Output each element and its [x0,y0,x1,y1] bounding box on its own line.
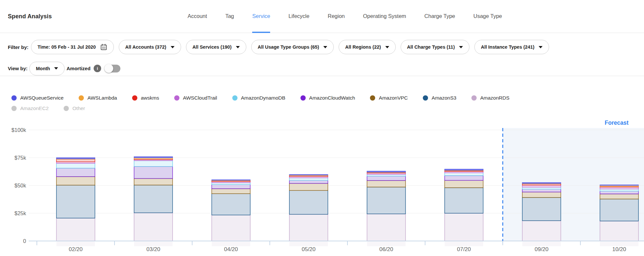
bar-segment-10/20-AWSCloudTrail[interactable] [600,187,638,189]
view-by-label: View by: [8,66,28,71]
bar-segment-02/20-AmazonCloudWatch[interactable] [56,168,95,177]
time-range-pill[interactable]: Time: 05 Feb - 31 Jul 2020 [31,40,114,54]
tab-tag[interactable]: Tag [225,0,234,33]
filter-pill-all-usage-type-groups-65-[interactable]: All Usage Type Groups (65) [251,40,334,54]
bar-segment-06/20-AmazonVPC[interactable] [367,181,406,187]
bar-segment-03/20-AmazonS3[interactable] [134,185,173,213]
legend-item-amazonvpc[interactable]: AmazonVPC [370,95,408,101]
tab-bar: AccountTagServiceLifecycleRegionOperatin… [188,0,502,33]
bar-segment-03/20-AmazonVPC[interactable] [134,179,173,185]
filter-row: Filter by: Time: 05 Feb - 31 Jul 2020 Al… [0,33,644,61]
bar-segment-04/20-AmazonCloudWatch[interactable] [212,184,250,189]
legend-item-awslambda[interactable]: AWSLambda [79,95,117,101]
x-axis-label: 05/20 [302,246,316,252]
tab-lifecycle[interactable]: Lifecycle [288,0,309,33]
bar-segment-04/20-AWSQueueService[interactable] [212,180,250,180]
legend-dot-icon [423,95,428,101]
filter-pill-label: All Regions (22) [345,44,381,50]
x-axis-label: 07/20 [457,246,471,252]
amortized-toggle[interactable] [105,65,120,72]
legend-item-amazonrds[interactable]: AmazonRDS [471,95,510,101]
bar-segment-05/20-AmazonS3[interactable] [289,190,328,214]
bar-segment-02/20-AmazonRDS[interactable] [56,218,95,241]
view-by-row: View by: Month Amortized i [0,61,644,76]
bar-segment-10/20-AmazonS3[interactable] [600,199,638,221]
bar-segment-02/20-AmazonDynamoDB[interactable] [56,163,95,168]
bar-segment-10/20-AmazonRDS[interactable] [600,221,638,241]
bar-segment-02/20-AWSQueueService[interactable] [56,158,95,159]
bar-segment-10/20-AmazonCloudWatch[interactable] [600,191,638,194]
bar-segment-05/20-AmazonDynamoDB[interactable] [289,178,328,181]
bar-segment-02/20-awskms[interactable] [56,159,95,162]
bar-reflection [522,241,561,246]
tab-service[interactable]: Service [252,0,270,33]
bar-segment-05/20-AmazonVPC[interactable] [289,184,328,191]
chevron-down-icon [323,46,327,48]
filter-pill-all-charge-types-11-[interactable]: All Charge Types (11) [401,40,469,54]
bar-segment-10/20-AmazonVPC[interactable] [600,194,638,199]
bar-segment-03/20-AmazonRDS[interactable] [134,213,173,241]
bar-segment-07/20-AmazonRDS[interactable] [445,213,483,241]
bar-segment-07/20-AmazonCloudWatch[interactable] [445,176,483,181]
legend-item-awscloudtrail[interactable]: AWSCloudTrail [174,95,217,101]
bar-segment-04/20-AmazonS3[interactable] [212,194,250,215]
bar-segment-10/20-AWSQueueService[interactable] [600,185,638,185]
chevron-down-icon [385,46,389,48]
bar-segment-06/20-AWSQueueService[interactable] [367,171,406,172]
bar-segment-06/20-AmazonS3[interactable] [367,187,406,214]
bar-segment-09/20-AmazonRDS[interactable] [522,221,561,241]
bar-segment-09/20-AmazonVPC[interactable] [522,192,561,198]
filter-pill-all-services-190-[interactable]: All Services (190) [186,40,246,54]
bar-segment-03/20-AmazonCloudWatch[interactable] [134,167,173,179]
bar-segment-05/20-AmazonCloudWatch[interactable] [289,180,328,183]
tab-region[interactable]: Region [328,0,345,33]
filter-pills: Time: 05 Feb - 31 Jul 2020 All Accounts … [31,40,549,54]
bar-segment-04/20-AmazonVPC[interactable] [212,189,250,194]
bar-segment-09/20-AWSQueueService[interactable] [522,183,561,184]
legend-dot-icon [132,95,137,101]
view-by-month-dropdown[interactable]: Month [29,62,65,75]
bar-segment-06/20-AmazonDynamoDB[interactable] [367,174,406,176]
bar-segment-10/20-AmazonDynamoDB[interactable] [600,189,638,191]
bar-segment-04/20-AmazonRDS[interactable] [212,215,250,241]
bar-segment-07/20-AmazonS3[interactable] [445,188,483,213]
bar-segment-02/20-AmazonS3[interactable] [56,185,95,218]
bar-segment-06/20-AmazonRDS[interactable] [367,214,406,241]
bar-segment-03/20-AmazonDynamoDB[interactable] [134,161,173,167]
bar-segment-02/20-AmazonVPC[interactable] [56,177,95,185]
filter-pill-label: All Accounts (372) [125,44,166,50]
spend-chart: 0$25k$50k$75k$100k02/2003/2004/2005/2006… [0,106,644,256]
page-title: Spend Analysis [8,0,52,33]
bar-segment-03/20-AWSQueueService[interactable] [134,157,173,158]
bar-segment-07/20-AmazonDynamoDB[interactable] [445,173,483,176]
tab-operating-system[interactable]: Operating System [363,0,406,33]
legend-label: AWSLambda [87,95,117,101]
bar-segment-06/20-AmazonCloudWatch[interactable] [367,176,406,180]
legend-item-awskms[interactable]: awskms [132,95,159,101]
tab-charge-type[interactable]: Charge Type [424,0,455,33]
bar-segment-09/20-AmazonDynamoDB[interactable] [522,187,561,189]
bar-segment-07/20-AmazonVPC[interactable] [445,180,483,187]
y-axis-label: $50k [14,183,26,188]
bar-segment-09/20-AmazonCloudWatch[interactable] [522,189,561,192]
filter-pill-all-regions-22-[interactable]: All Regions (22) [339,40,396,54]
filter-pill-label: All Instance Types (241) [481,44,534,50]
tab-usage-type[interactable]: Usage Type [473,0,502,33]
bar-segment-09/20-AmazonS3[interactable] [522,198,561,221]
x-axis-label: 03/20 [146,246,161,252]
tab-account[interactable]: Account [188,0,207,33]
legend-item-amazons3[interactable]: AmazonS3 [423,95,456,101]
bar-segment-05/20-AWSQueueService[interactable] [289,175,328,175]
filter-pill-all-instance-types-241-[interactable]: All Instance Types (241) [474,40,549,54]
bar-segment-04/20-AmazonDynamoDB[interactable] [212,183,250,185]
bar-segment-05/20-AmazonRDS[interactable] [289,214,328,241]
bar-segment-09/20-AWSCloudTrail[interactable] [522,185,561,187]
y-axis-label: $25k [14,210,26,216]
chevron-down-icon [236,46,240,48]
bar-segment-07/20-AWSQueueService[interactable] [445,169,483,170]
legend-item-awsqueueservice[interactable]: AWSQueueService [11,95,64,101]
filter-pill-all-accounts-372-[interactable]: All Accounts (372) [119,40,181,54]
legend-item-amazoncloudwatch[interactable]: AmazonCloudWatch [300,95,355,101]
info-icon[interactable]: i [94,65,101,72]
legend-item-amazondynamodb[interactable]: AmazonDynamoDB [232,95,285,101]
